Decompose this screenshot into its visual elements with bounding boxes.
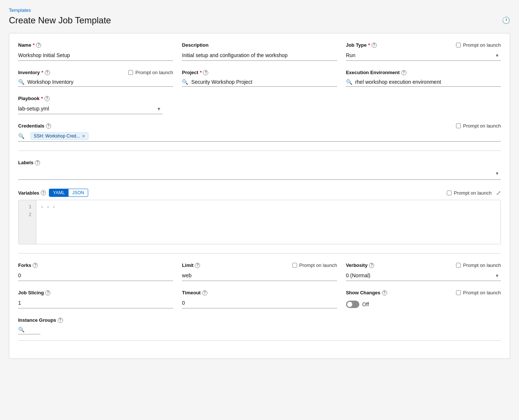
job-type-select[interactable]: Run Check (346, 50, 501, 61)
verbosity-help-icon[interactable]: ? (369, 263, 374, 268)
expand-icon[interactable]: ⤢ (496, 189, 501, 196)
job-type-required: * (368, 42, 370, 48)
show-changes-off-label: Off (362, 301, 369, 307)
variables-label-group: Variables ? YAML JSON (18, 189, 88, 197)
instance-groups-label: Instance Groups ? (18, 317, 63, 323)
limit-prompt-label: Prompt on launch (292, 262, 337, 268)
job-slicing-help-icon[interactable]: ? (45, 290, 50, 295)
breadcrumb[interactable]: Templates (9, 7, 510, 13)
show-changes-label: Show Changes ? (346, 290, 387, 295)
playbook-help-icon[interactable]: ? (44, 96, 50, 101)
credentials-search-wrapper: 🔍 SSH: Workshop Cred... × (18, 131, 501, 142)
inventory-search-icon[interactable]: 🔍 (18, 79, 24, 85)
credentials-label: Credentials ? (18, 123, 51, 129)
verbosity-select-wrapper: 0 (Normal) 1 (Verbose) 2 (More Verbose) … (346, 270, 501, 281)
name-help-icon[interactable]: ? (36, 43, 41, 48)
verbosity-prompt-checkbox[interactable] (456, 263, 461, 268)
line-number-2: 2 (23, 211, 31, 219)
variables-prompt-label: Prompt on launch (447, 190, 492, 196)
project-field-group: Project * ? 🔍 (182, 70, 337, 87)
show-changes-field-group: Show Changes ? Prompt on launch Off (346, 290, 501, 308)
history-icon[interactable]: 🕐 (502, 16, 510, 24)
execution-env-search-icon[interactable]: 🔍 (346, 79, 352, 85)
credential-tag-remove-icon[interactable]: × (82, 133, 85, 139)
execution-env-input[interactable] (355, 79, 501, 85)
execution-env-help-icon[interactable]: ? (401, 70, 406, 75)
timeout-input[interactable] (182, 298, 337, 308)
name-label: Name * ? (18, 42, 41, 48)
job-slicing-input[interactable] (18, 298, 173, 308)
toggle-slider (346, 301, 359, 308)
variables-editor[interactable]: 1 2 - - - (18, 200, 501, 244)
credentials-help-icon[interactable]: ? (46, 123, 51, 129)
playbook-label: Playbook * ? (18, 96, 50, 101)
job-slicing-field-group: Job Slicing ? (18, 290, 173, 308)
job-type-help-icon[interactable]: ? (372, 43, 377, 48)
yaml-button[interactable]: YAML (49, 189, 69, 196)
inventory-search-wrapper: 🔍 (18, 77, 173, 87)
show-changes-prompt-label: Prompt on launch (456, 290, 501, 295)
credentials-prompt-checkbox[interactable] (456, 123, 461, 128)
description-field-group: Description (182, 42, 337, 61)
show-changes-prompt-checkbox[interactable] (456, 290, 461, 295)
limit-prompt-checkbox[interactable] (292, 263, 297, 268)
playbook-select[interactable]: lab-setup.yml (18, 103, 163, 114)
execution-env-field-group: Execution Environment ? 🔍 (346, 70, 501, 87)
labels-label: Labels ? (18, 160, 40, 165)
credential-tag: SSH: Workshop Cred... × (30, 132, 89, 140)
verbosity-field-group: Verbosity ? Prompt on launch 0 (Normal) … (346, 262, 501, 281)
timeout-help-icon[interactable]: ? (202, 290, 207, 295)
code-content[interactable]: - - - (36, 200, 500, 244)
description-input[interactable] (182, 50, 337, 61)
form-card: Name * ? Description Job Type (9, 33, 510, 359)
project-required: * (200, 70, 202, 75)
line-number-1: 1 (23, 203, 31, 211)
labels-help-icon[interactable]: ? (35, 160, 40, 165)
divider-instance-groups (18, 340, 501, 341)
job-type-select-wrapper: Run Check ▼ (346, 50, 501, 61)
instance-groups-search-wrapper: 🔍 (18, 325, 40, 334)
credentials-prompt-label: Prompt on launch (456, 123, 501, 129)
verbosity-prompt-label: Prompt on launch (456, 262, 501, 268)
variables-help-icon[interactable]: ? (41, 190, 46, 195)
credentials-search-icon[interactable]: 🔍 (18, 133, 24, 139)
credential-tag-label: SSH: Workshop Cred... (34, 133, 80, 139)
limit-field-group: Limit ? Prompt on launch (182, 262, 337, 281)
project-help-icon[interactable]: ? (203, 70, 208, 75)
project-search-icon[interactable]: 🔍 (182, 79, 188, 85)
description-label: Description (182, 42, 209, 48)
job-type-prompt-checkbox[interactable] (456, 43, 461, 47)
labels-select[interactable] (18, 168, 501, 179)
job-type-label: Job Type * ? (346, 42, 377, 48)
limit-label: Limit ? (182, 262, 200, 268)
execution-env-label: Execution Environment ? (346, 70, 406, 75)
timeout-label: Timeout ? (182, 290, 207, 295)
job-type-prompt-label: Prompt on launch (456, 42, 501, 48)
name-required: * (33, 42, 34, 48)
forks-field-group: Forks ? (18, 262, 173, 281)
forks-help-icon[interactable]: ? (33, 263, 38, 268)
project-search-wrapper: 🔍 (182, 77, 337, 87)
playbook-required: * (41, 96, 43, 101)
project-input[interactable] (191, 79, 337, 85)
show-changes-help-icon[interactable]: ? (382, 290, 387, 295)
variables-prompt-checkbox[interactable] (447, 191, 452, 195)
inventory-input[interactable] (27, 79, 173, 85)
name-field-group: Name * ? (18, 42, 173, 61)
instance-groups-search-icon[interactable]: 🔍 (18, 327, 24, 333)
forks-label: Forks ? (18, 262, 38, 268)
verbosity-select[interactable]: 0 (Normal) 1 (Verbose) 2 (More Verbose) … (346, 270, 501, 281)
limit-input[interactable] (182, 270, 337, 281)
forks-input[interactable] (18, 270, 173, 281)
job-type-field-group: Job Type * ? Prompt on launch Run Check … (346, 42, 501, 61)
show-changes-toggle[interactable] (346, 301, 359, 308)
json-button[interactable]: JSON (69, 189, 88, 196)
project-label: Project * ? (182, 70, 208, 75)
limit-help-icon[interactable]: ? (195, 263, 200, 268)
inventory-prompt-checkbox[interactable] (128, 70, 133, 75)
name-input[interactable] (18, 50, 173, 61)
show-changes-toggle-wrapper: Off (346, 301, 501, 308)
job-slicing-label: Job Slicing ? (18, 290, 50, 295)
instance-groups-help-icon[interactable]: ? (58, 318, 63, 323)
inventory-help-icon[interactable]: ? (45, 70, 50, 75)
